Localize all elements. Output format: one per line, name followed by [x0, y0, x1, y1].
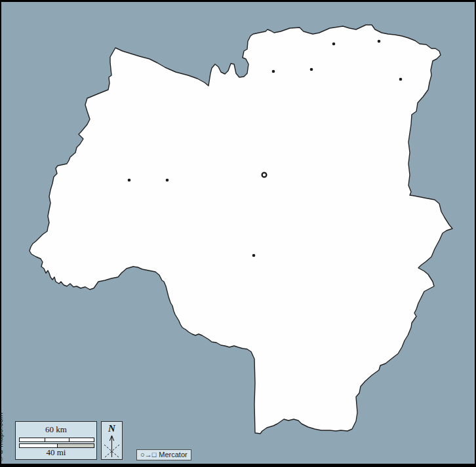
projection-badge: ○→□ Mercator	[136, 449, 191, 460]
capital-city-marker	[262, 173, 267, 177]
map-canvas: 60 km 40 mi N ○→□ Mercator © d-maps.com	[0, 0, 476, 467]
scale-bar: 60 km 40 mi	[15, 421, 97, 460]
north-arrow-icon	[102, 434, 122, 460]
city-dot	[272, 70, 275, 73]
scale-km-label: 60 km	[16, 425, 96, 434]
north-label: N	[102, 423, 122, 434]
scale-km-bar	[19, 438, 94, 442]
city-dot	[332, 43, 336, 46]
compass-box: N	[101, 421, 123, 460]
scale-tick	[69, 438, 69, 441]
city-dot	[399, 78, 403, 81]
region-outline	[30, 25, 452, 434]
projection-label: Mercator	[159, 451, 187, 458]
scale-mi-label: 40 mi	[16, 448, 96, 457]
scale-tick	[45, 438, 45, 441]
region-map	[0, 0, 476, 467]
copyright-credit: © d-maps.com	[0, 413, 4, 462]
city-dot	[310, 68, 313, 71]
city-dot	[166, 179, 169, 182]
city-dot	[252, 254, 256, 257]
city-dot	[128, 179, 131, 182]
city-dot	[378, 40, 381, 43]
projection-symbol-icon: ○→□	[140, 451, 156, 458]
